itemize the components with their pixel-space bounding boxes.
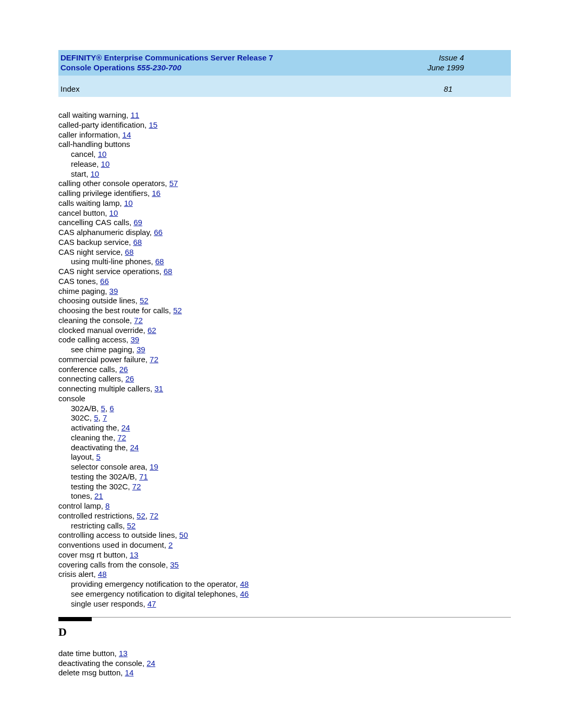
- index-entry-text: cancel,: [71, 150, 98, 158]
- page-ref-link[interactable]: 10: [91, 169, 100, 178]
- index-entry: calls waiting lamp, 10: [58, 199, 511, 208]
- page-ref-link[interactable]: 39: [130, 335, 139, 344]
- index-entry-text: see chime paging,: [71, 345, 137, 354]
- doc-subheader-banner: Index 81: [58, 76, 511, 97]
- index-entry-text: selector console area,: [71, 462, 150, 471]
- page-ref-link[interactable]: 19: [150, 462, 158, 471]
- page-ref-link[interactable]: 24: [121, 423, 130, 432]
- page-ref-link[interactable]: 72: [134, 316, 143, 325]
- page: DEFINITY® Enterprise Communications Serv…: [0, 0, 563, 709]
- page-ref-link[interactable]: 71: [139, 472, 148, 481]
- index-entry-text: CAS alphanumeric display,: [58, 228, 154, 237]
- index-entry-text: CAS night service,: [58, 248, 125, 256]
- page-ref-link[interactable]: 10: [124, 199, 133, 207]
- index-entry: choosing the best route for calls, 52: [58, 306, 511, 316]
- index-entry-text: cleaning the,: [71, 433, 117, 442]
- section-divider: [58, 617, 511, 618]
- index-entry: release, 10: [58, 159, 511, 169]
- index-entry: connecting callers, 26: [58, 374, 511, 384]
- page-ref-link[interactable]: 5: [96, 452, 100, 461]
- index-entry-text: console: [58, 394, 85, 403]
- doc-subtitle: Console Operations: [60, 63, 137, 72]
- page-ref-link[interactable]: 50: [179, 530, 188, 539]
- page-ref-link[interactable]: 14: [125, 668, 134, 677]
- page-ref-link[interactable]: 52: [173, 306, 182, 315]
- index-entry-text: cover msg rt button,: [58, 550, 130, 559]
- index-entry: covering calls from the console, 35: [58, 560, 511, 570]
- page-ref-link[interactable]: 7: [103, 413, 107, 422]
- page-ref-link[interactable]: 39: [109, 287, 118, 295]
- page-ref-link[interactable]: 26: [119, 365, 128, 374]
- index-entry: conference calls, 26: [58, 365, 511, 375]
- page-ref-link[interactable]: 47: [148, 599, 156, 608]
- index-entry: chime paging, 39: [58, 287, 511, 297]
- index-entry-text: controlling access to outside lines,: [58, 530, 179, 539]
- page-ref-link[interactable]: 72: [150, 355, 158, 364]
- index-entry-text: called-party identification,: [58, 120, 149, 129]
- index-entry-text: cleaning the console,: [58, 316, 134, 325]
- page-ref-link[interactable]: 31: [154, 384, 163, 393]
- page-ref-link[interactable]: 68: [133, 238, 142, 246]
- index-entry: testing the 302A/B, 71: [58, 472, 511, 482]
- index-entry-text: delete msg button,: [58, 668, 125, 677]
- page-ref-link[interactable]: 5: [101, 404, 105, 413]
- page-ref-link[interactable]: 10: [98, 150, 107, 158]
- page-ref-link[interactable]: 68: [155, 257, 164, 266]
- page-ref-link[interactable]: 13: [119, 649, 128, 658]
- page-ref-link[interactable]: 46: [240, 589, 249, 598]
- page-ref-link[interactable]: 68: [125, 248, 134, 256]
- index-entry-text: deactivating the console,: [58, 659, 146, 668]
- index-entry: CAS tones, 66: [58, 277, 511, 287]
- page-ref-link[interactable]: 52: [137, 511, 145, 520]
- page-ref-link[interactable]: 5: [94, 413, 98, 422]
- index-entry: selector console area, 19: [58, 462, 511, 472]
- page-ref-link[interactable]: 72: [150, 511, 158, 520]
- banner-row-2: Console Operations 555-230-700 June 1999: [60, 63, 505, 73]
- page-ref-link[interactable]: 10: [101, 159, 110, 168]
- page-ref-link[interactable]: 66: [100, 277, 109, 286]
- page-ref-link[interactable]: 68: [164, 267, 173, 276]
- page-ref-link[interactable]: 57: [169, 179, 178, 188]
- index-entry-text: start,: [71, 169, 91, 178]
- page-ref-link[interactable]: 2: [168, 540, 173, 549]
- index-entry: cancel, 10: [58, 150, 511, 159]
- doc-issue: Issue 4: [439, 53, 505, 63]
- page-ref-link[interactable]: 66: [154, 228, 163, 237]
- page-ref-link[interactable]: 13: [130, 550, 139, 559]
- page-ref-link[interactable]: 24: [146, 659, 155, 668]
- index-entry: deactivating the console, 24: [58, 659, 511, 669]
- index-entry: date time button, 13: [58, 649, 511, 659]
- page-ref-link[interactable]: 72: [117, 433, 126, 442]
- page-ref-link[interactable]: 39: [137, 345, 145, 354]
- page-ref-link[interactable]: 69: [133, 218, 142, 227]
- index-entry-text: CAS night service operations,: [58, 267, 164, 276]
- page-ref-link[interactable]: 8: [105, 501, 109, 510]
- index-entry-text: control lamp,: [58, 501, 105, 510]
- page-ref-link[interactable]: 11: [130, 110, 139, 119]
- page-ref-link[interactable]: 72: [132, 482, 141, 491]
- index-entry: CAS night service, 68: [58, 248, 511, 257]
- page-ref-link[interactable]: 48: [98, 570, 107, 578]
- page-ref-link[interactable]: 21: [94, 491, 103, 500]
- page-number: 81: [444, 78, 505, 94]
- page-ref-link[interactable]: 14: [123, 130, 131, 139]
- page-ref-link[interactable]: 6: [109, 404, 114, 413]
- page-ref-link[interactable]: 52: [140, 296, 149, 305]
- page-ref-link[interactable]: 35: [170, 560, 179, 569]
- index-list-d: date time button, 13deactivating the con…: [58, 649, 511, 678]
- page-ref-link[interactable]: 24: [130, 443, 139, 452]
- section-heading-d: D: [58, 625, 511, 639]
- page-ref-link[interactable]: 62: [148, 326, 156, 335]
- index-entry-text: clocked manual override,: [58, 326, 148, 335]
- page-ref-link[interactable]: 10: [109, 208, 118, 217]
- page-ref-link[interactable]: 16: [152, 189, 161, 198]
- page-ref-link[interactable]: 52: [127, 521, 136, 530]
- page-ref-link[interactable]: 26: [125, 374, 134, 383]
- index-entry-text: release,: [71, 159, 101, 168]
- ref-separator: ,: [105, 404, 109, 413]
- index-entry-text: cancel button,: [58, 208, 109, 217]
- page-ref-link[interactable]: 15: [149, 120, 157, 129]
- index-entry: choosing outside lines, 52: [58, 296, 511, 306]
- page-ref-link[interactable]: 48: [240, 579, 249, 588]
- index-entry: cancel button, 10: [58, 208, 511, 218]
